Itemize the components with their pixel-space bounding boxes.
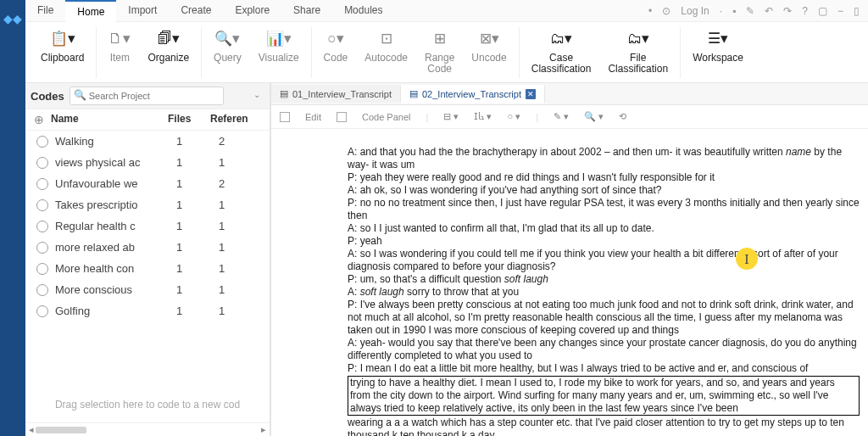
list-icon[interactable]: ⊟ ▾ xyxy=(443,111,459,122)
code-files: 1 xyxy=(176,262,219,275)
node-icon xyxy=(36,178,48,190)
cursor-indicator: I xyxy=(736,248,758,270)
code-files: 1 xyxy=(176,283,219,296)
code-files: 1 xyxy=(176,198,219,211)
divider: · xyxy=(720,5,722,17)
window-minus-icon[interactable]: − xyxy=(837,5,843,17)
col-ref[interactable]: Referen xyxy=(210,113,261,126)
code-ref: 2 xyxy=(219,135,261,148)
code-files: 1 xyxy=(176,135,219,148)
autocode-icon[interactable]: ⊡ xyxy=(381,25,392,51)
edit-icon[interactable]: ✎ xyxy=(746,5,754,17)
col-name[interactable]: Name xyxy=(51,113,168,126)
help-icon[interactable]: ? xyxy=(802,5,808,17)
clipboard-button[interactable]: Clipboard xyxy=(41,53,84,64)
code-row[interactable]: views physical ac11 xyxy=(25,152,270,173)
drag-hint: Drag selection here to code to a new cod xyxy=(25,387,270,422)
col-files[interactable]: Files xyxy=(168,113,210,126)
query-button[interactable]: Query xyxy=(214,53,242,64)
zoom-icon[interactable]: 🔍 ▾ xyxy=(584,111,604,122)
code-name: Regular health c xyxy=(55,220,176,232)
code-icon[interactable]: ○▾ xyxy=(327,25,343,51)
visualize-button[interactable]: Visualize xyxy=(259,53,299,64)
code-row[interactable]: Regular health c11 xyxy=(25,215,270,237)
node-icon xyxy=(36,263,48,275)
caseclass-button[interactable]: Case Classification xyxy=(531,53,592,75)
node-icon xyxy=(36,157,48,169)
hscrollbar[interactable]: ◂▸ xyxy=(25,422,270,436)
code-row[interactable]: More health con11 xyxy=(25,258,270,279)
node-icon xyxy=(36,284,48,296)
code-ref: 1 xyxy=(219,262,261,275)
workspace-button[interactable]: Workspace xyxy=(693,53,743,64)
visualize-icon[interactable]: 📊▾ xyxy=(266,25,292,51)
circle-icon[interactable]: ○ ▾ xyxy=(507,111,520,122)
item-button[interactable]: Item xyxy=(110,53,130,64)
para-icon[interactable]: 𝖨𝗅₁ ▾ xyxy=(474,111,492,122)
rangecode-icon[interactable]: ⊞ xyxy=(434,25,446,51)
close-icon[interactable]: ✕ xyxy=(526,89,536,99)
code-name: views physical ac xyxy=(55,156,176,169)
codepanel-checkbox[interactable] xyxy=(337,112,347,122)
code-ref: 2 xyxy=(219,177,261,190)
organize-icon[interactable]: 🗐▾ xyxy=(158,25,180,51)
code-button[interactable]: Code xyxy=(324,53,348,64)
code-name: More health con xyxy=(55,262,176,275)
side-title: Codes xyxy=(31,90,64,103)
link-icon[interactable]: ⟲ xyxy=(619,111,626,122)
uncode-button[interactable]: Uncode xyxy=(471,53,506,64)
doc-tab[interactable]: ▤02_Interview_Transcript✕ xyxy=(401,85,545,103)
codepanel-label: Code Panel xyxy=(362,112,411,122)
search-input[interactable] xyxy=(70,87,224,105)
login-link[interactable]: Log In xyxy=(681,5,709,17)
code-row[interactable]: More conscious11 xyxy=(25,279,270,300)
workspace-icon[interactable]: ☰▾ xyxy=(708,25,728,51)
code-name: More conscious xyxy=(55,283,176,296)
caseclass-icon[interactable]: 🗂▾ xyxy=(550,25,572,51)
code-row[interactable]: more relaxed ab11 xyxy=(25,237,270,258)
window-min-icon[interactable]: ▢ xyxy=(818,5,827,17)
menu-modules[interactable]: Modules xyxy=(332,0,394,22)
uncode-icon[interactable]: ⊠▾ xyxy=(480,25,499,51)
edit-label: Edit xyxy=(305,112,321,122)
menu-create[interactable]: Create xyxy=(169,0,223,22)
item-icon[interactable]: 🗋▾ xyxy=(108,25,131,51)
menu-share[interactable]: Share xyxy=(281,0,332,22)
clipboard-icon[interactable]: 📋▾ xyxy=(50,25,75,51)
rangecode-button[interactable]: Range Code xyxy=(425,53,454,75)
query-icon[interactable]: 🔍▾ xyxy=(214,25,240,51)
transcript-body[interactable]: A: and that you had the the brachytherap… xyxy=(271,129,868,436)
autocode-button[interactable]: Autocode xyxy=(364,53,408,64)
code-files: 1 xyxy=(176,177,219,190)
undo-icon[interactable]: ↶ xyxy=(765,5,773,17)
fileclass-button[interactable]: File Classification xyxy=(608,53,668,75)
code-ref: 1 xyxy=(219,156,261,169)
menu-home[interactable]: Home xyxy=(65,0,116,22)
code-row[interactable]: Unfavourable we12 xyxy=(25,173,270,194)
app-icon: ◆◆ xyxy=(3,12,22,436)
code-row[interactable]: Golfing11 xyxy=(25,300,270,321)
menu-explore[interactable]: Explore xyxy=(223,0,281,22)
highlighted-selection[interactable]: trying to have a healthy diet. I mean I … xyxy=(348,376,860,416)
node-icon xyxy=(36,305,48,317)
user-icon[interactable]: ⊙ xyxy=(662,5,670,17)
menu-file[interactable]: File xyxy=(25,0,65,22)
code-row[interactable]: Takes prescriptio11 xyxy=(25,194,270,215)
pen-icon[interactable]: ✎ ▾ xyxy=(554,111,569,122)
code-files: 1 xyxy=(176,241,219,254)
code-ref: 1 xyxy=(219,241,261,254)
add-code-button[interactable]: ⊕ xyxy=(34,113,51,126)
menu-import[interactable]: Import xyxy=(116,0,169,22)
node-icon xyxy=(36,242,48,254)
sync-icon[interactable]: • xyxy=(648,5,652,17)
window-more-icon[interactable]: ▯ xyxy=(854,5,860,17)
organize-button[interactable]: Organize xyxy=(147,53,189,64)
fileclass-icon[interactable]: 🗂▾ xyxy=(627,25,649,51)
save-icon[interactable]: ▪ xyxy=(732,5,736,17)
redo-icon[interactable]: ↷ xyxy=(783,5,792,17)
code-ref: 1 xyxy=(219,198,261,211)
code-row[interactable]: Walking12 xyxy=(25,131,270,152)
chevron-down-icon[interactable]: ⌄ xyxy=(253,90,260,99)
edit-checkbox[interactable] xyxy=(280,112,290,122)
doc-tab[interactable]: ▤01_Interview_Transcript xyxy=(271,85,401,103)
